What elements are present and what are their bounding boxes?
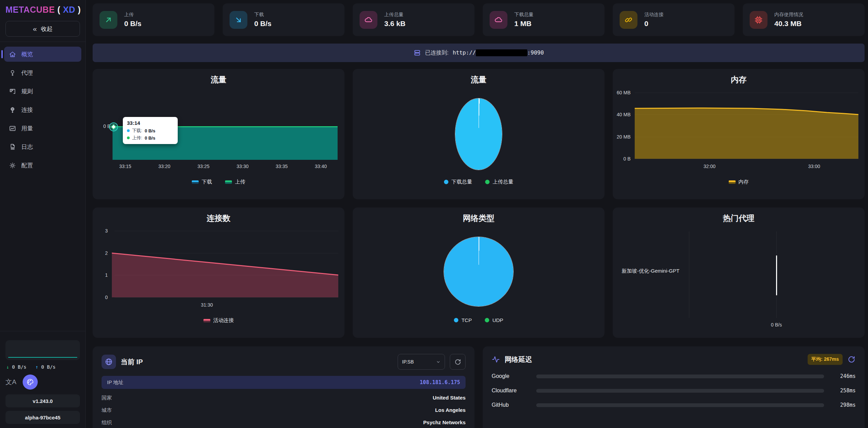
panel-title: 当前 IP [121, 357, 143, 367]
legend-swatch [729, 180, 736, 184]
sidebar-speeds: ↓ 0 B/s ↑ 0 B/s [0, 360, 85, 371]
chart-legend: 下载 上传 [93, 179, 344, 185]
sidebar-item-rules[interactable]: 规则 [4, 84, 81, 99]
y-tick: 2 [93, 250, 108, 256]
ip-provider-value: IP.SB [402, 359, 414, 365]
legend-item-download[interactable]: 下载 [192, 179, 212, 185]
x-tick: 33:20 [158, 164, 170, 169]
sidebar-item-config[interactable]: 配置 [4, 158, 81, 173]
legend-dot [485, 180, 490, 184]
traffic-pie [455, 98, 502, 170]
sidebar-menu: 概览 代理 规则 连接 用量 日志 [0, 47, 85, 173]
language-icon[interactable]: 文A [5, 378, 16, 387]
arrow-down-icon: ↓ [6, 364, 9, 370]
traffic-sparkline [5, 340, 80, 360]
x-tick: 0 B/s [771, 322, 782, 328]
sidebar-item-label: 配置 [21, 162, 33, 169]
latency-header: 网络延迟 平均: 267ms [492, 354, 856, 365]
latency-bar-track [536, 403, 824, 407]
app-root: METACUBE ( XD ) « 收起 概览 代理 规则 连接 [0, 0, 868, 428]
series-dot [127, 129, 130, 132]
stat-label: 下载总量 [514, 12, 533, 18]
chart-title: 内存 [613, 74, 865, 85]
latency-row: Google 246ms [492, 373, 856, 379]
globe-wire-icon [9, 106, 16, 114]
refresh-ip-button[interactable] [450, 354, 466, 370]
network-type-chart: 网络类型 TCP UDP [353, 207, 605, 338]
x-tick: 33:35 [275, 164, 288, 169]
legend-dot [444, 180, 448, 184]
stat-value: 40.3 MB [774, 20, 803, 28]
legend-item-active-connections[interactable]: 活动连接 [203, 317, 234, 324]
sidebar: METACUBE ( XD ) « 收起 概览 代理 规则 连接 [0, 0, 86, 428]
legend-swatch [203, 319, 210, 322]
build-button[interactable]: alpha-97bce45 [5, 411, 80, 424]
legend-item-udp[interactable]: UDP [485, 317, 503, 323]
stat-card-memory: 内存使用情况40.3 MB [743, 3, 865, 36]
tooltip-row: 下载:0 B/s [127, 128, 174, 134]
legend-item-upload[interactable]: 上传 [225, 179, 245, 185]
ip-provider-select[interactable]: IP.SB [398, 354, 445, 370]
document-icon [9, 143, 16, 151]
chart-legend: 内存 [613, 179, 865, 185]
divider [0, 331, 85, 331]
stat-label: 上传总量 [384, 12, 406, 18]
sidebar-item-overview[interactable]: 概览 [4, 47, 81, 62]
refresh-latency-button[interactable] [847, 355, 856, 364]
endpoint-url: http://:9090 [453, 49, 544, 57]
gridline [115, 297, 338, 298]
ip-detail-row: 组织Psychz Networks [102, 419, 466, 426]
latency-row: Cloudflare 258ms [492, 388, 856, 394]
connected-endpoint-banner[interactable]: 已连接到: http://:9090 [93, 44, 865, 62]
legend-item-download-total[interactable]: 下载总量 [444, 179, 472, 185]
sidebar-item-logs[interactable]: 日志 [4, 139, 81, 154]
gridline [689, 231, 689, 318]
palette-icon [26, 378, 34, 386]
ip-detail-row: 国家United States [102, 395, 466, 401]
version-button[interactable]: v1.243.0 [5, 394, 80, 407]
sidebar-item-label: 用量 [21, 124, 33, 132]
network-latency-card: 网络延迟 平均: 267ms Google 246ms Cloudflare 2… [483, 346, 865, 428]
theme-button[interactable] [23, 374, 38, 390]
collapse-sidebar-button[interactable]: « 收起 [5, 21, 80, 37]
y-tick: 60 MB [613, 90, 631, 95]
chart-title: 流量 [93, 74, 344, 85]
x-tick: 33:00 [808, 164, 820, 169]
memory-area-series [635, 107, 858, 159]
sidebar-item-usage[interactable]: 用量 [4, 121, 81, 136]
gridline [635, 159, 858, 159]
legend-swatch [192, 180, 199, 184]
stat-label: 下载 [254, 12, 271, 18]
stat-value: 0 [644, 20, 664, 28]
arrow-up-icon: ↑ [35, 364, 38, 370]
network-type-pie [444, 237, 513, 306]
proxy-zero-bar [776, 255, 777, 295]
proxy-icon [9, 69, 16, 76]
refresh-icon [454, 358, 461, 366]
gridline [115, 231, 338, 231]
redacted-host [476, 49, 527, 56]
sidebar-item-label: 概览 [21, 50, 33, 58]
x-tick: 33:25 [197, 164, 209, 169]
stat-value: 0 B/s [124, 20, 141, 28]
current-ip-card: 当前 IP IP.SB IP 地址 108.181.6.175 国家United… [93, 346, 474, 428]
y-tick: 0 B [93, 123, 110, 129]
series-dot [127, 136, 130, 139]
stat-card-download: 下载0 B/s [223, 3, 344, 36]
sidebar-item-proxies[interactable]: 代理 [4, 65, 81, 80]
sparkline-flat-line [8, 357, 77, 358]
globe-icon [102, 355, 116, 369]
legend-item-memory[interactable]: 内存 [729, 179, 749, 185]
ip-address-label: IP 地址 [107, 379, 124, 386]
stat-value: 1 MB [514, 20, 533, 28]
logo-text: METACUBE [5, 5, 55, 14]
legend-item-upload-total[interactable]: 上传总量 [485, 179, 513, 185]
memory-chart: 内存 60 MB 40 MB 20 MB 0 B 32:00 33:00 内存 [613, 69, 865, 199]
legend-item-tcp[interactable]: TCP [454, 317, 472, 323]
cloud-download-icon [490, 11, 507, 29]
sidebar-item-connections[interactable]: 连接 [4, 102, 81, 117]
panel-title: 网络延迟 [505, 355, 532, 364]
legend-dot [485, 318, 489, 322]
download-speed: ↓ 0 B/s [6, 364, 26, 370]
ip-detail-row: 城市Los Angeles [102, 407, 466, 414]
